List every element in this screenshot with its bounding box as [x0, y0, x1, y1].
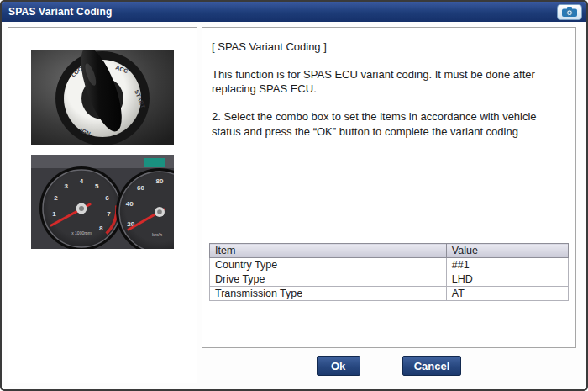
spas-variant-coding-window: SPAS Variant Coding: [0, 0, 588, 391]
instruction-text-1: This function is for SPAS ECU variant co…: [212, 67, 566, 96]
value-combo-country-type[interactable]: ##1: [446, 258, 568, 272]
instrument-cluster-photo: 1 2 3 4 5 6 7 8 x 1000rpm: [31, 155, 174, 249]
tach-number: 2: [54, 194, 58, 202]
table-row: Drive Type LHD: [210, 272, 569, 287]
table-header-row: Item Value: [210, 244, 569, 258]
screenshot-button[interactable]: [557, 4, 582, 20]
window-title: SPAS Variant Coding: [8, 6, 113, 18]
variant-table: Item Value Country Type ##1 Drive Type L…: [209, 243, 569, 301]
value-combo-drive-type[interactable]: LHD: [446, 272, 568, 287]
titlebar: SPAS Variant Coding: [2, 2, 586, 22]
speed-number: 40: [126, 200, 134, 208]
cluster-photo-art: 1 2 3 4 5 6 7 8 x 1000rpm: [31, 155, 174, 249]
speed-unit-label: km/h: [152, 232, 162, 237]
tach-number: 5: [95, 182, 99, 190]
tach-number: 8: [99, 225, 103, 232]
item-cell-transmission-type: Transmission Type: [210, 287, 447, 301]
button-row: Ok Cancel: [202, 356, 576, 376]
ok-button[interactable]: Ok: [317, 356, 360, 376]
tachometer-gauge: 1 2 3 4 5 6 7 8 x 1000rpm: [39, 166, 123, 249]
tach-number: 4: [80, 177, 84, 185]
instruction-text-2: 2. Select the combo box to set the items…: [212, 109, 566, 138]
image-panel: LOCK ACC START IGN: [8, 27, 197, 383]
table-header-item: Item: [210, 244, 447, 258]
ignition-photo-art: LOCK ACC START IGN: [31, 50, 174, 145]
cancel-button[interactable]: Cancel: [402, 356, 462, 376]
speed-number: 60: [137, 184, 144, 192]
camera-icon: [561, 6, 578, 18]
ignition-photo: LOCK ACC START IGN: [31, 50, 174, 145]
table-header-value: Value: [446, 244, 568, 258]
tach-number: 6: [105, 194, 109, 202]
table-row: Transmission Type AT: [210, 287, 569, 301]
table-row: Country Type ##1: [210, 258, 569, 272]
tach-unit-label: x 1000rpm: [71, 230, 92, 235]
item-cell-country-type: Country Type: [210, 258, 447, 272]
indicator-light: [144, 158, 165, 167]
section-heading: [ SPAS Variant Coding ]: [212, 40, 566, 54]
tach-number: 7: [107, 210, 111, 218]
tach-number: 3: [64, 182, 68, 190]
item-cell-drive-type: Drive Type: [210, 272, 447, 287]
instruction-panel: [ SPAS Variant Coding ] This function is…: [202, 27, 576, 348]
tach-number: 1: [52, 210, 56, 218]
speed-number: 80: [156, 177, 164, 185]
value-combo-transmission-type[interactable]: AT: [446, 287, 568, 301]
window-content: LOCK ACC START IGN: [2, 22, 586, 389]
